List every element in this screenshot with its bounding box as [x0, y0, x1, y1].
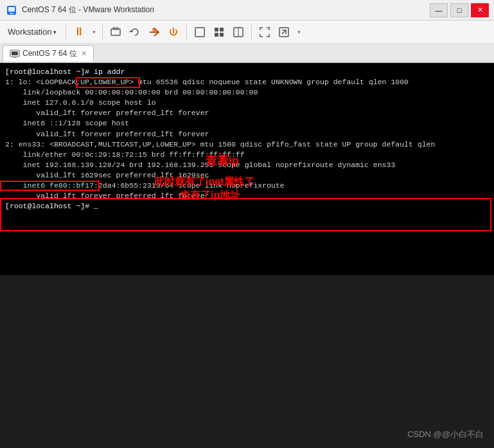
app-icon	[5, 4, 18, 17]
terminal-line-1: 1: lo: <LOOPBACK,UP,LOWER_UP> mtu 65536 …	[5, 77, 489, 87]
svg-rect-17	[12, 51, 18, 55]
restore-button[interactable]: □	[450, 3, 468, 17]
view-button-3[interactable]	[229, 23, 247, 41]
terminal-line-2: link/loopback 00:00:00:00:00:00 brd 00:0…	[5, 87, 489, 98]
title-bar: CentOS 7 64 位 - VMware Workstation — □ ✕	[0, 0, 494, 21]
annotation-label-view-ip: 查看ip	[206, 153, 239, 168]
window-controls: — □ ✕	[430, 3, 489, 17]
svg-rect-10	[215, 33, 218, 37]
toolbar-separator-3	[186, 24, 187, 40]
pause-button[interactable]: ⏸	[70, 23, 88, 41]
svg-point-6	[152, 28, 156, 31]
svg-rect-9	[220, 28, 224, 31]
terminal-line-3: inet 127.0.0.1/8 scope host lo	[5, 98, 489, 108]
svg-line-15	[282, 30, 286, 34]
terminal[interactable]: [root@localhost ~]# ip addr 1: lo: <LOOP…	[0, 63, 494, 275]
vm-display[interactable]: [root@localhost ~]# ip addr 1: lo: <LOOP…	[0, 63, 494, 448]
svg-rect-1	[8, 7, 15, 12]
annotation-label-ip-addr: 也有了ip地址	[180, 189, 240, 202]
pause-dropdown[interactable]: ▾	[89, 23, 98, 41]
annotation-label-inet: 此时就有了inet属性了	[154, 175, 254, 189]
toolbar-separator-1	[66, 24, 66, 40]
minimize-button[interactable]: —	[430, 3, 448, 17]
close-button[interactable]: ✕	[471, 3, 489, 17]
terminal-line-9: inet 192.168.139.128/24 brd 192.168.139.…	[5, 160, 489, 170]
vm-tab[interactable]: CentOS 7 64 位 ✕	[3, 45, 94, 62]
view-button-1[interactable]	[191, 23, 209, 41]
terminal-line-5: inet6 ::1/128 scope host	[5, 118, 489, 129]
svg-rect-8	[215, 28, 218, 31]
tab-bar: CentOS 7 64 位 ✕	[0, 44, 494, 63]
fullscreen-button[interactable]	[256, 23, 274, 41]
window-title: CentOS 7 64 位 - VMware Workstation	[22, 4, 430, 15]
watermark: CSDN @@小白不白	[407, 429, 484, 440]
svg-rect-7	[195, 28, 204, 37]
unity-dropdown[interactable]: ▾	[294, 23, 303, 41]
view-button-2[interactable]	[210, 23, 228, 41]
toolbar-separator-4	[251, 24, 252, 40]
terminal-line-12: valid_lft forever preferred_lft forever	[5, 191, 489, 201]
terminal-line-7: 2: ens33: <BROADCAST,MULTICAST,UP,LOWER_…	[5, 139, 489, 150]
revert-button[interactable]	[126, 23, 144, 41]
menu-bar: Workstation ▾ ⏸ ▾	[0, 21, 494, 44]
tab-close-button[interactable]: ✕	[81, 49, 87, 58]
send-button[interactable]	[145, 23, 163, 41]
terminal-line-13: [root@localhost ~]# _	[5, 201, 489, 211]
unity-button[interactable]	[275, 23, 293, 41]
toolbar-separator-2	[102, 24, 103, 40]
svg-rect-11	[220, 33, 224, 37]
workstation-dropdown-icon: ▾	[53, 29, 57, 35]
workstation-menu[interactable]: Workstation ▾	[3, 24, 62, 39]
tab-label: CentOS 7 64 位	[22, 48, 77, 59]
terminal-line-0: [root@localhost ~]# ip addr	[5, 67, 489, 77]
terminal-line-4: valid_lft forever preferred_lft forever	[5, 108, 489, 118]
terminal-line-6: valid_lft forever preferred_lft forever	[5, 129, 489, 139]
terminal-line-8: link/ether 00:0c:29:18:72:15 brd ff:ff:f…	[5, 150, 489, 160]
svg-rect-18	[13, 57, 17, 58]
power-button[interactable]	[164, 23, 182, 41]
svg-rect-2	[10, 13, 13, 14]
snapshot-button[interactable]	[107, 23, 125, 41]
